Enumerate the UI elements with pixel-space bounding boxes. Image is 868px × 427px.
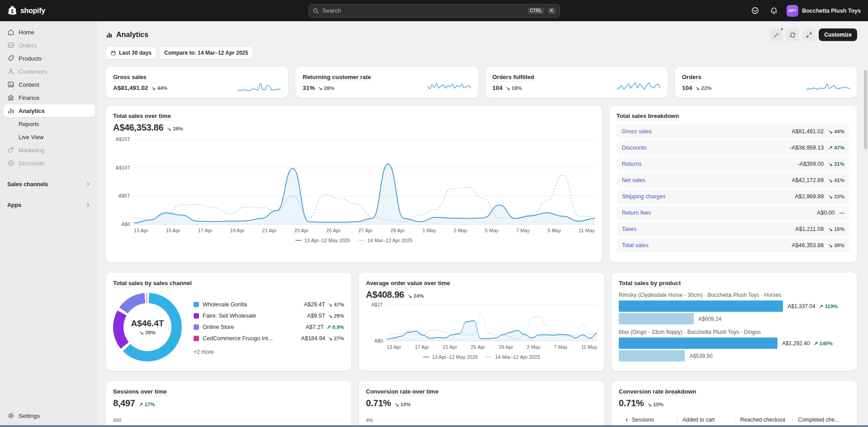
kpi-gross-sales: Gross sales A$81,491.02↘ 44% bbox=[106, 66, 288, 98]
current-period-bar bbox=[619, 338, 778, 349]
legend-dotted-swatch bbox=[486, 357, 492, 357]
product-name: Max (Dingo - 33cm floppy) · Bocchetta Pl… bbox=[619, 329, 850, 335]
shopify-wordmark: shopify bbox=[20, 7, 45, 15]
kpi-delta: ↘ 44% bbox=[151, 85, 167, 91]
settings-gear-icon bbox=[7, 412, 14, 419]
analytics-title-icon bbox=[106, 32, 113, 38]
global-search[interactable]: CTRL K bbox=[308, 4, 560, 18]
sessions-over-time-card: Sessions over time 8,497 ↗ 17% 600 bbox=[106, 381, 351, 427]
card-title[interactable]: Total sales by sales channel bbox=[113, 280, 192, 287]
breakdown-row: TaxesA$1,211.08↘ 15% bbox=[617, 222, 850, 236]
card-title[interactable]: Conversion rate over time bbox=[366, 388, 438, 396]
more-channels-link[interactable]: +2 more bbox=[194, 349, 213, 355]
total-sales-over-time-card: Total sales over time A$46,353.86 ↘ 39% … bbox=[106, 105, 602, 263]
sidebar-item-label: Reports bbox=[19, 121, 39, 127]
y-axis: 600 bbox=[113, 418, 344, 423]
kpi-label[interactable]: Returning customer rate bbox=[303, 74, 371, 81]
bottom-strip bbox=[0, 425, 868, 427]
sidebar-item-reports[interactable]: Reports bbox=[4, 117, 95, 130]
legend-solid-swatch bbox=[295, 240, 302, 241]
sidebar-item-analytics[interactable]: Analytics bbox=[4, 104, 95, 117]
donut-center-delta: ↘ 39% bbox=[139, 329, 156, 336]
scrollbar[interactable] bbox=[864, 70, 867, 149]
sessions-value: 8,497 bbox=[113, 398, 135, 408]
aov-value: A$408.96 bbox=[366, 290, 404, 300]
expand-icon[interactable] bbox=[802, 28, 815, 41]
card-title[interactable]: Total sales over time bbox=[113, 113, 171, 120]
marketing-icon bbox=[7, 146, 14, 154]
previous-period-bar bbox=[619, 350, 685, 361]
sidebar-item-live-view[interactable]: Live View bbox=[4, 131, 95, 143]
sales-by-product-card: Total sales by product Rimsky (Clydesdal… bbox=[612, 272, 857, 371]
store-name: Bocchetta Plush Toys bbox=[802, 8, 861, 14]
sidebar-item-discounts: Discounts bbox=[4, 157, 95, 169]
conversion-breakdown-card: Conversion rate breakdown 0.71% ↘ 10% Se… bbox=[612, 381, 857, 427]
y-axis: A$2T A$0 bbox=[366, 305, 387, 341]
sidebar-item-home[interactable]: Home bbox=[4, 26, 95, 38]
breakdown-link[interactable]: Returns bbox=[622, 161, 642, 167]
card-title[interactable]: Total sales breakdown bbox=[617, 113, 679, 120]
sidekick-icon[interactable] bbox=[749, 5, 761, 17]
sidebar-item-products[interactable]: Products bbox=[4, 52, 95, 65]
chart-legend: 13 Apr–12 May 2025 14 Mar–12 Apr 2025 bbox=[366, 354, 597, 360]
conversion-value: 0.71% bbox=[366, 398, 391, 408]
card-title[interactable]: Sessions over time bbox=[113, 388, 167, 396]
products-icon bbox=[7, 55, 14, 62]
section-label: Apps bbox=[7, 202, 21, 208]
store-avatar: BPT bbox=[787, 5, 798, 17]
magic-wand-icon[interactable] bbox=[770, 28, 783, 41]
conversion-delta: ↘ 10% bbox=[394, 401, 411, 408]
breakdown-link[interactable]: Gross sales bbox=[622, 128, 652, 135]
breakdown-link[interactable]: Net sales bbox=[622, 177, 645, 183]
sparkline-chart bbox=[617, 78, 660, 93]
compare-button[interactable]: Compare to: 14 Mar–12 Apr 2025 bbox=[160, 47, 253, 59]
card-title[interactable]: Total sales by product bbox=[619, 280, 681, 287]
donut-center-value: A$46.4T bbox=[131, 319, 164, 328]
sidebar-item-label: Home bbox=[19, 29, 34, 36]
store-menu[interactable]: BPT Bocchetta Plush Toys bbox=[787, 5, 861, 17]
kpi-returning-customer-rate: Returning customer rate 31%↘ 28% bbox=[295, 66, 478, 98]
conversion-rate-over-time-card: Conversion rate over time 0.71% ↘ 10% 4% bbox=[359, 381, 604, 427]
sidebar-item-content[interactable]: Content bbox=[4, 78, 95, 91]
breakdown-link[interactable]: Total sales bbox=[622, 242, 649, 249]
main-content: Analytics Customize Last 30 days bbox=[99, 21, 868, 427]
notification-bell-icon[interactable] bbox=[768, 5, 780, 17]
breakdown-link[interactable]: Shipping charges bbox=[622, 193, 666, 200]
section-label: Sales channels bbox=[7, 181, 48, 188]
kpi-label[interactable]: Orders bbox=[682, 74, 702, 81]
sidebar-item-label: Orders bbox=[19, 42, 37, 49]
breakdown-link[interactable]: Taxes bbox=[622, 226, 637, 232]
card-title[interactable]: Average order value over time bbox=[366, 280, 450, 287]
chevron-right-icon bbox=[85, 202, 91, 208]
shopify-logo[interactable]: shopify bbox=[7, 5, 107, 16]
sidebar-item-finance[interactable]: Finance bbox=[4, 91, 95, 104]
refresh-icon[interactable] bbox=[786, 28, 799, 41]
topbar: shopify CTRL K BPT Bocchetta Plush Toys bbox=[0, 0, 868, 21]
chart-legend: 13 Apr–12 May 2025 14 Mar–12 Apr 2025 bbox=[113, 238, 595, 243]
sidebar: Home Orders Products Customers Content F… bbox=[0, 21, 99, 427]
sidebar-item-settings[interactable]: Settings bbox=[4, 409, 95, 422]
breakdown-link[interactable]: Return fees bbox=[622, 210, 651, 216]
date-range-button[interactable]: Last 30 days bbox=[106, 47, 156, 59]
channel-legend-item: Online StoreA$7.2T↗ 0.9% bbox=[194, 322, 344, 333]
sidebar-section-sales-channels[interactable]: Sales channels bbox=[0, 178, 99, 191]
total-sales-value: A$46,353.86 bbox=[113, 122, 163, 133]
breakdown-row: Returns-A$359.00↘ 31% bbox=[617, 157, 850, 171]
sidebar-item-label: Marketing bbox=[19, 147, 44, 154]
search-input[interactable] bbox=[323, 7, 524, 14]
calendar-icon bbox=[110, 50, 116, 56]
card-title[interactable]: Conversion rate breakdown bbox=[619, 388, 696, 396]
product-group: Max (Dingo - 33cm floppy) · Bocchetta Pl… bbox=[619, 329, 850, 361]
sidebar-item-label: Discounts bbox=[19, 160, 44, 167]
sidebar-item-label: Finance bbox=[19, 94, 39, 101]
kpi-label[interactable]: Orders fulfilled bbox=[493, 74, 534, 81]
orders-icon bbox=[7, 42, 14, 49]
kpi-label[interactable]: Gross sales bbox=[113, 74, 147, 81]
breakdown-row: Net salesA$42,172.89↘ 41% bbox=[617, 174, 850, 187]
sparkline-chart bbox=[427, 78, 471, 93]
customize-button[interactable]: Customize bbox=[819, 28, 857, 41]
sidebar-section-apps[interactable]: Apps bbox=[0, 199, 99, 211]
breakdown-link[interactable]: Discounts bbox=[622, 145, 647, 151]
channel-legend-item: Faire: Sell WholesaleA$9.5T↘ 29% bbox=[194, 310, 344, 322]
kpi-value: 104 bbox=[493, 84, 503, 91]
